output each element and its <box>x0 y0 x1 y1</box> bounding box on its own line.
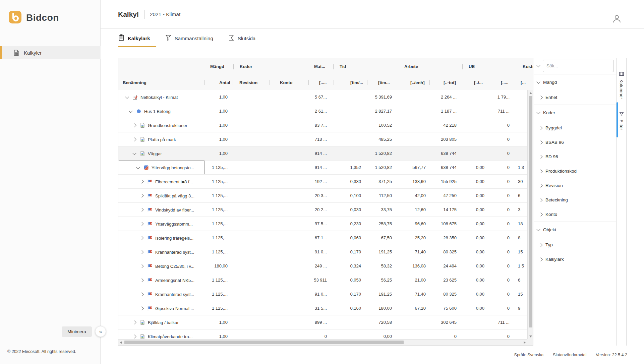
filter-item-Produktionskod[interactable]: Produktionskod <box>534 164 616 178</box>
group-header-label[interactable]: Tid <box>340 58 346 75</box>
table-row[interactable]: Grundkonstruktioner 1,0083 7...100,5242 … <box>118 118 527 132</box>
filter-item-Byggdel[interactable]: Byggdel <box>534 121 616 135</box>
table-row[interactable]: Betong C25/30, i v... 180,00249 ...0,324… <box>118 259 527 273</box>
scroll-right-icon[interactable] <box>522 340 527 345</box>
expand-chevron-icon[interactable] <box>539 96 542 99</box>
column-header-label[interactable]: Benämning <box>123 75 147 90</box>
table-row[interactable]: Platta på mark 1,00713 ...485,25203 8050 <box>118 132 527 146</box>
filter-item-Enhet[interactable]: Enhet <box>534 90 616 105</box>
expand-chevron-icon[interactable] <box>539 155 542 159</box>
expand-chevron-icon[interactable] <box>132 123 136 127</box>
tab-filter[interactable]: Filter <box>617 112 626 130</box>
expand-chevron-icon[interactable] <box>140 278 143 282</box>
filter-search-input[interactable] <box>543 60 614 72</box>
column-header-label[interactable]: [..... <box>501 75 508 90</box>
table-row[interactable]: Armeringsnät NK5... 1 125,...53 9110,050… <box>118 273 527 287</box>
sidebar-item-kalkyler[interactable]: Kalkyler <box>0 46 101 59</box>
scroll-left-icon[interactable] <box>118 340 124 345</box>
expand-chevron-icon[interactable] <box>140 208 143 211</box>
table-row[interactable]: Kranhanterad syst... 1 125,...91 0...0,1… <box>118 245 527 259</box>
expand-chevron-icon[interactable] <box>140 292 143 296</box>
filter-item-Kalkylark[interactable]: Kalkylark <box>534 252 616 266</box>
group-header-label[interactable]: Koder <box>240 58 252 75</box>
column-header-label[interactable]: [..-tot] <box>444 75 456 90</box>
group-header-label[interactable]: Mängd <box>210 58 224 75</box>
table-row[interactable]: Fibercement t=8 f... 1 125,...192 ...0,3… <box>118 175 527 189</box>
column-header-label[interactable]: [../... <box>474 75 483 90</box>
table-row[interactable]: Gipsskiva Normal ... 1 125,...31 5...0,1… <box>118 301 527 315</box>
table-row[interactable]: Spikläkt på vägg 3... 1 125,...20 3...0,… <box>118 189 527 203</box>
collapse-chevron-icon[interactable] <box>536 227 540 231</box>
expand-chevron-icon[interactable] <box>132 137 136 141</box>
collapse-sidebar-button[interactable]: « <box>95 326 106 337</box>
filter-group-Mängd[interactable]: Mängd <box>534 74 616 90</box>
table-row[interactable]: Bjälklag / balkar 1,00899 ...720,58302 6… <box>118 315 527 329</box>
collapse-chevron-icon[interactable] <box>536 80 540 83</box>
expand-chevron-icon[interactable] <box>539 243 542 247</box>
filter-item-Konto[interactable]: Konto <box>534 207 616 222</box>
table-row[interactable]: Nettokalkyl - Klimat 1,005 67...5 391,69… <box>118 90 527 104</box>
filter-item-BSAB 96[interactable]: BSAB 96 <box>534 135 616 149</box>
expand-chevron-icon[interactable] <box>539 213 542 216</box>
scroll-up-icon[interactable] <box>528 90 533 96</box>
filter-group-Objekt[interactable]: Objekt <box>534 222 616 238</box>
expand-chevron-icon[interactable] <box>539 184 542 187</box>
expand-chevron-icon[interactable] <box>132 320 136 324</box>
column-header-label[interactable]: Konto <box>280 75 293 90</box>
collapse-chevron-icon[interactable] <box>125 95 129 99</box>
table-row[interactable]: Väggar 1,00914 ...1 520,82638 7440 <box>118 146 527 161</box>
group-header-label[interactable]: Arbete <box>404 58 418 75</box>
horizontal-scrollbar-thumb[interactable] <box>124 341 404 344</box>
table-row[interactable]: Hus 1 Betong 1,002 61...2 827,171 187 ..… <box>118 104 527 118</box>
collapse-chevron-icon[interactable] <box>129 109 132 113</box>
minimize-button[interactable]: Minimera <box>62 326 92 337</box>
column-header-label[interactable]: Revision <box>239 75 257 90</box>
horizontal-scrollbar[interactable] <box>118 339 527 345</box>
expand-chevron-icon[interactable] <box>539 126 542 130</box>
filter-item-Revision[interactable]: Revision <box>534 178 616 193</box>
expand-chevron-icon[interactable] <box>132 335 136 338</box>
language-link[interactable]: Språk: Svenska <box>514 353 544 357</box>
filter-item-BD 96[interactable]: BD 96 <box>534 149 616 164</box>
column-header-label[interactable]: [..... <box>319 75 327 90</box>
expand-chevron-icon[interactable] <box>140 264 143 268</box>
expand-chevron-icon[interactable] <box>539 140 542 144</box>
table-row[interactable]: Vindskydd av fiber... 1 125,...20 2...0,… <box>118 203 527 217</box>
tab-slutsida[interactable]: Slutsida <box>228 29 255 48</box>
expand-chevron-icon[interactable] <box>539 198 542 202</box>
column-header-label[interactable]: [tim/... <box>350 75 363 90</box>
tab-kalkylark[interactable]: Kalkylark <box>118 29 150 48</box>
expand-chevron-icon[interactable] <box>140 306 143 310</box>
collapse-chevron-icon[interactable] <box>132 151 136 155</box>
collapse-chevron-icon[interactable] <box>536 110 540 114</box>
group-header-label[interactable]: UE <box>469 58 475 75</box>
group-header-label[interactable]: Kostn <box>523 58 533 75</box>
vertical-scrollbar-thumb[interactable] <box>529 96 532 327</box>
table-row[interactable]: Ytterväggsstomm... 1 125,...97 5...0,230… <box>118 217 527 231</box>
group-header-label[interactable]: Mat... <box>314 58 325 75</box>
expand-chevron-icon[interactable] <box>539 257 542 261</box>
expand-chevron-icon[interactable] <box>140 194 143 197</box>
tab-sammanstallning[interactable]: Sammanställning <box>165 29 213 48</box>
user-account-icon[interactable] <box>611 13 623 25</box>
expand-chevron-icon[interactable] <box>140 250 143 254</box>
vertical-scrollbar[interactable] <box>527 90 533 339</box>
column-header-label[interactable]: [../enh] <box>410 75 425 90</box>
column-header-label[interactable]: [tim... <box>378 75 390 90</box>
collapse-chevron-icon[interactable] <box>136 165 140 169</box>
expand-chevron-icon[interactable] <box>140 180 143 183</box>
expand-chevron-icon[interactable] <box>140 222 143 226</box>
table-row[interactable]: Kranhanterad syst... 1 125,...91 0...0,1… <box>118 287 527 301</box>
filter-item-Typ[interactable]: Typ <box>534 238 616 252</box>
filter-group-Koder[interactable]: Koder <box>534 105 616 121</box>
expand-chevron-icon[interactable] <box>539 169 542 173</box>
column-header-label[interactable]: Antal <box>219 75 230 90</box>
tab-kolumner[interactable]: Kolumner <box>617 71 626 99</box>
scroll-down-icon[interactable] <box>528 333 533 339</box>
column-header-label[interactable]: [... <box>521 75 526 90</box>
table-row[interactable]: Yttervägg betongsto... 1 125,...914 ...1… <box>118 161 527 175</box>
table-row[interactable]: Isolering träregels... 1 125,...67 1...0… <box>118 231 527 245</box>
chevron-down-icon[interactable] <box>536 63 540 67</box>
filter-item-Beteckning[interactable]: Beteckning <box>534 193 616 207</box>
expand-chevron-icon[interactable] <box>140 236 143 240</box>
